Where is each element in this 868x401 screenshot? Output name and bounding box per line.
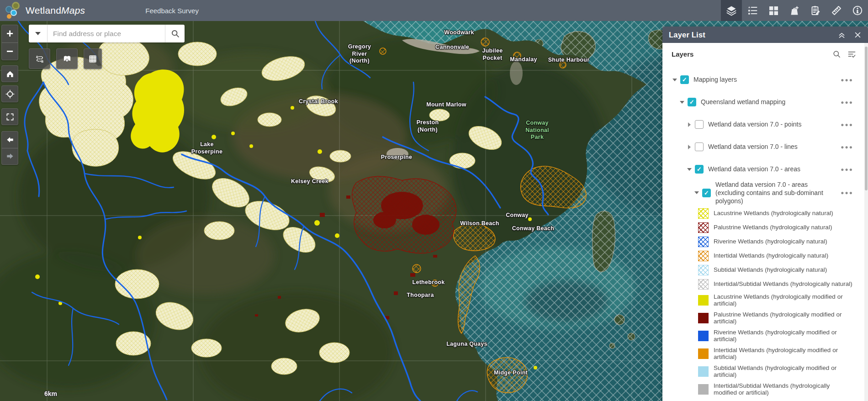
layer-tree: ✓ Mapping layers ●●● ✓ Queensland wetlan… <box>662 69 864 206</box>
legend-list: Lacustrine Wetlands (hydrologically natu… <box>662 206 864 398</box>
panel-body: Layers ✓ Mapping layers ●●● ✓ Queensland… <box>662 43 868 401</box>
search-widget <box>29 25 185 42</box>
layer-tree-item-lines[interactable]: ✓ Wetland data version 7.0 - lines ●●● <box>662 136 864 158</box>
basemap-gallery-icon[interactable] <box>763 0 784 21</box>
legend-item: Intertidal/Subtidal Wetlands (hydrologic… <box>662 380 864 398</box>
legend-swatch <box>698 348 709 359</box>
layer-label: Wetland data version 7.0 - points <box>708 120 841 128</box>
layer-label: Mapping layers <box>693 75 841 84</box>
svg-text:B: B <box>41 60 43 63</box>
filter-options-icon[interactable] <box>847 50 856 58</box>
layer-label: Queensland wetland mapping <box>701 98 841 106</box>
legend-item: Lacustrine Wetlands (hydrologically natu… <box>662 206 864 221</box>
legend-item: Subtidal Wetlands (hydrologically modifi… <box>662 363 864 380</box>
layer-tree-item-mapping-layers[interactable]: ✓ Mapping layers ●●● <box>662 69 864 91</box>
layer-checkbox[interactable]: ✓ <box>688 98 696 106</box>
expander-caret-icon[interactable] <box>672 79 678 81</box>
feedback-survey-link[interactable]: Feedback Survey <box>145 7 199 15</box>
collapse-icon[interactable] <box>838 31 846 39</box>
app-header: WetlandMaps Feedback Survey <box>0 0 868 21</box>
layer-checkbox[interactable]: ✓ <box>695 142 704 151</box>
legend-item: Intertidal Wetlands (hydrologically natu… <box>662 249 864 263</box>
app-title: WetlandMaps <box>26 5 85 16</box>
chevron-down-icon <box>35 32 41 35</box>
fullscreen-icon <box>2 109 18 125</box>
legend-swatch <box>698 222 709 233</box>
locate-button[interactable] <box>1 85 18 102</box>
legend-item: Lacustrine Wetlands (hydrologically modi… <box>662 291 864 309</box>
expander-caret-icon[interactable] <box>686 168 693 171</box>
layer-checkbox[interactable]: ✓ <box>680 75 689 84</box>
legend-item: Intertidal Wetlands (hydrologically modi… <box>662 345 864 363</box>
measure-icon[interactable] <box>826 0 847 21</box>
layer-tree-item-areas-excluding[interactable]: ✓ Wetland data version 7.0 - areas (excl… <box>662 180 864 206</box>
legend-item: Intertidal/Subtidal Wetlands (hydrologic… <box>662 277 864 291</box>
expander-caret-icon[interactable] <box>679 101 685 104</box>
bookmark-button[interactable] <box>56 48 78 69</box>
layers-heading: Layers <box>672 50 693 58</box>
home-button[interactable] <box>1 65 18 82</box>
zoom-control: + − <box>1 25 18 60</box>
layer-checkbox[interactable]: ✓ <box>695 120 704 129</box>
info-icon[interactable] <box>847 0 868 21</box>
legend-icon[interactable] <box>742 0 763 21</box>
layer-tree-item-qld-wetland-mapping[interactable]: ✓ Queensland wetland mapping ●●● <box>662 91 864 113</box>
wetlandmaps-app: WetlandMaps Feedback Survey <box>0 0 868 401</box>
grid-icon <box>84 49 101 69</box>
legend-item: Palustrine Wetlands (hydrologically natu… <box>662 221 864 235</box>
search-input[interactable] <box>48 25 165 42</box>
svg-text:A: A <box>36 55 38 58</box>
logo-circle-cyan <box>11 10 17 16</box>
expander-caret-icon[interactable] <box>693 191 700 194</box>
directions-button[interactable]: AB <box>29 48 50 69</box>
panel-scrollbar[interactable] <box>864 43 868 401</box>
layer-label: Wetland data version 7.0 - lines <box>708 142 841 151</box>
zoom-out-button[interactable]: − <box>2 43 18 60</box>
add-data-icon[interactable] <box>784 0 805 21</box>
layer-checkbox[interactable]: ✓ <box>695 165 704 174</box>
layer-menu-icon[interactable]: ●●● <box>841 121 853 128</box>
logo-circle-olive <box>12 2 20 10</box>
legend-swatch <box>698 331 709 341</box>
layer-tree-item-areas[interactable]: ✓ Wetland data version 7.0 - areas ●●● <box>662 158 864 180</box>
panel-header[interactable]: Layer List <box>662 26 868 43</box>
expander-caret-icon[interactable] <box>686 145 693 149</box>
next-extent-button[interactable] <box>2 148 18 165</box>
layer-menu-icon[interactable]: ●●● <box>841 99 853 106</box>
legend-item: Riverine Wetlands (hydrologically natura… <box>662 235 864 249</box>
expander-caret-icon[interactable] <box>686 122 693 127</box>
search-layers-icon[interactable] <box>832 50 841 58</box>
extent-navigation <box>1 131 18 165</box>
legend-swatch <box>698 384 709 395</box>
search-source-dropdown[interactable] <box>29 25 48 42</box>
previous-extent-button[interactable] <box>2 132 18 148</box>
zoom-in-button[interactable]: + <box>2 25 18 42</box>
layer-menu-icon[interactable]: ●●● <box>841 144 853 150</box>
layer-list-panel: Layer List Layers ✓ Mapping layers ●●● <box>662 26 868 401</box>
legend-swatch <box>698 313 709 323</box>
logo-circle-orange <box>7 14 11 19</box>
legend-swatch <box>698 295 709 306</box>
layer-menu-icon[interactable]: ●●● <box>841 77 853 83</box>
survey-icon[interactable] <box>805 0 826 21</box>
layers-icon[interactable] <box>721 0 742 21</box>
fullscreen-button[interactable] <box>1 108 18 125</box>
scrollbar-thumb[interactable] <box>865 47 868 190</box>
route-icon: AB <box>29 49 50 69</box>
legend-swatch <box>698 251 709 261</box>
legend-swatch <box>698 366 709 377</box>
legend-item: Riverine Wetlands (hydrologically modifi… <box>662 327 864 345</box>
grid-button[interactable] <box>84 48 102 69</box>
layer-menu-icon[interactable]: ●●● <box>841 190 853 196</box>
home-icon <box>2 66 18 82</box>
locate-icon <box>2 86 18 102</box>
layer-tree-item-points[interactable]: ✓ Wetland data version 7.0 - points ●●● <box>662 113 864 136</box>
header-toolbar <box>721 0 868 21</box>
app-logo <box>0 0 26 21</box>
panel-title: Layer List <box>669 31 705 39</box>
close-icon[interactable] <box>854 31 862 39</box>
layer-checkbox[interactable]: ✓ <box>702 189 711 197</box>
search-button[interactable] <box>165 25 185 42</box>
bookmark-icon <box>57 49 77 69</box>
layer-menu-icon[interactable]: ●●● <box>841 166 853 173</box>
